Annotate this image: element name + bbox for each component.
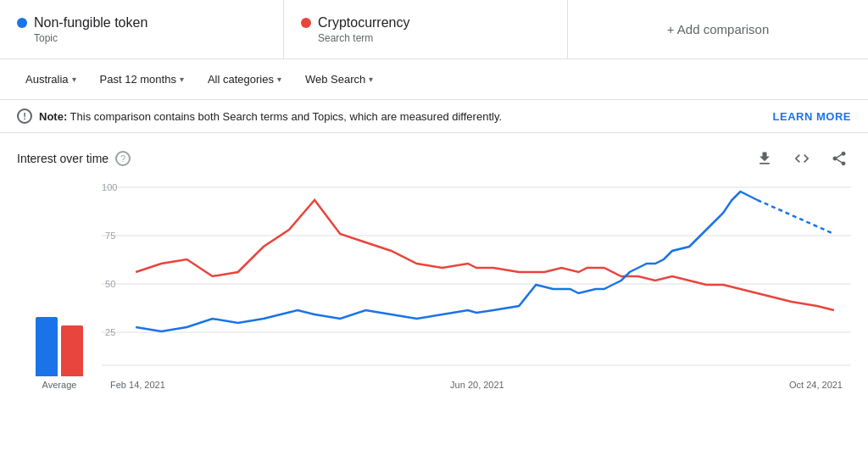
note-label: Note: xyxy=(39,110,67,123)
category-label: All categories xyxy=(208,73,274,86)
term2-name: Cryptocurrency xyxy=(301,15,550,31)
avg-bar-nft xyxy=(36,317,58,376)
term1-dot xyxy=(17,18,27,28)
term1-type: Topic xyxy=(17,32,266,44)
avg-bar-crypto xyxy=(61,325,83,376)
x-label-feb: Feb 14, 2021 xyxy=(110,380,165,390)
x-label-oct: Oct 24, 2021 xyxy=(789,380,843,390)
note-bar: ! Note: This comparison contains both Se… xyxy=(0,100,868,133)
help-icon[interactable]: ? xyxy=(115,151,131,166)
time-chevron-icon: ▾ xyxy=(180,75,184,84)
category-filter[interactable]: All categories ▾ xyxy=(199,68,290,91)
term1-header: Non-fungible token Topic xyxy=(0,0,284,58)
x-axis-labels: Feb 14, 2021 Jun 20, 2021 Oct 24, 2021 xyxy=(102,376,851,390)
share-button[interactable] xyxy=(827,147,851,170)
chart-main: 100 75 50 25 Feb 14, 2021 Jun 20, 2021 O… xyxy=(102,179,851,390)
svg-line-9 xyxy=(758,200,834,234)
search-type-label: Web Search xyxy=(305,73,365,86)
category-chevron-icon: ▾ xyxy=(277,75,281,84)
term1-name: Non-fungible token xyxy=(17,15,266,31)
avg-label: Average xyxy=(42,380,77,390)
chart-average: Average xyxy=(17,179,102,390)
svg-text:50: 50 xyxy=(105,279,115,289)
location-chevron-icon: ▾ xyxy=(72,75,76,84)
chart-title: Interest over time xyxy=(17,152,108,165)
svg-text:100: 100 xyxy=(102,182,117,192)
note-body: This comparison contains both Search ter… xyxy=(70,110,502,123)
time-label: Past 12 months xyxy=(100,73,176,86)
time-filter[interactable]: Past 12 months ▾ xyxy=(92,68,192,91)
chart-actions xyxy=(753,147,851,170)
svg-text:25: 25 xyxy=(105,327,115,337)
note-text: Note: This comparison contains both Sear… xyxy=(39,110,766,123)
crypto-line xyxy=(136,200,834,310)
average-bars xyxy=(36,309,83,376)
chart-area: Average 100 75 50 25 xyxy=(17,179,851,390)
add-comparison-button[interactable]: + Add comparison xyxy=(568,0,868,58)
header-bar: Non-fungible token Topic Cryptocurrency … xyxy=(0,0,868,59)
term2-type: Search term xyxy=(301,32,550,44)
location-filter[interactable]: Australia ▾ xyxy=(17,68,85,91)
term2-header: Cryptocurrency Search term xyxy=(284,0,568,58)
note-icon: ! xyxy=(17,108,32,124)
term2-dot xyxy=(301,18,311,28)
filters-bar: Australia ▾ Past 12 months ▾ All categor… xyxy=(0,59,868,100)
nft-line xyxy=(136,192,757,331)
line-chart: 100 75 50 25 xyxy=(102,179,851,374)
learn-more-link[interactable]: LEARN MORE xyxy=(773,110,851,123)
term2-label: Cryptocurrency xyxy=(318,15,409,31)
svg-text:75: 75 xyxy=(105,231,115,241)
location-label: Australia xyxy=(25,73,69,86)
download-button[interactable] xyxy=(753,147,776,170)
embed-button[interactable] xyxy=(790,147,814,170)
search-type-filter[interactable]: Web Search ▾ xyxy=(297,68,381,91)
chart-section: Interest over time ? Average xyxy=(0,133,868,398)
term1-label: Non-fungible token xyxy=(34,15,147,31)
chart-header: Interest over time ? xyxy=(17,147,851,170)
chart-title-row: Interest over time ? xyxy=(17,151,131,166)
search-type-chevron-icon: ▾ xyxy=(369,75,373,84)
x-label-jun: Jun 20, 2021 xyxy=(450,380,504,390)
